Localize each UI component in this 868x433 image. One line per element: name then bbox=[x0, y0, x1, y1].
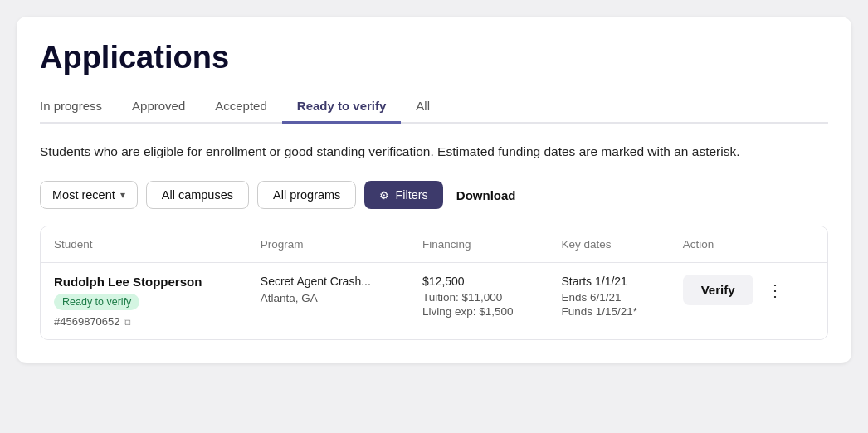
dates-ends: Ends 6/1/21 bbox=[562, 291, 656, 304]
col-action: Action bbox=[670, 226, 827, 263]
programs-filter-button[interactable]: All programs bbox=[257, 181, 356, 209]
program-location: Atlanta, GA bbox=[261, 292, 396, 304]
table-row: Rudolph Lee Stopperson Ready to verify #… bbox=[41, 263, 827, 340]
dates-funds: Funds 1/15/21* bbox=[562, 305, 656, 318]
tabs-nav: In progress Approved Accepted Ready to v… bbox=[40, 90, 828, 124]
tab-ready-to-verify[interactable]: Ready to verify bbox=[282, 90, 402, 124]
financing-cell: $12,500 Tuition: $11,000 Living exp: $1,… bbox=[409, 263, 548, 340]
status-badge: Ready to verify bbox=[54, 294, 139, 310]
tab-all[interactable]: All bbox=[401, 90, 445, 124]
program-name: Secret Agent Crash... bbox=[261, 275, 396, 288]
student-id: #4569870652 ⧉ bbox=[54, 315, 234, 328]
action-buttons: Verify ⋮ bbox=[683, 275, 814, 305]
tab-in-progress[interactable]: In progress bbox=[40, 90, 117, 124]
financing-living: Living exp: $1,500 bbox=[422, 305, 534, 318]
copy-icon[interactable]: ⧉ bbox=[124, 316, 131, 328]
more-options-button[interactable]: ⋮ bbox=[762, 277, 790, 304]
sort-label: Most recent bbox=[52, 188, 115, 202]
tab-accepted[interactable]: Accepted bbox=[200, 90, 282, 124]
sort-button[interactable]: Most recent ▾ bbox=[40, 181, 138, 209]
col-key-dates: Key dates bbox=[549, 226, 670, 263]
col-student: Student bbox=[41, 226, 247, 263]
dates-cell: Starts 1/1/21 Ends 6/1/21 Funds 1/15/21* bbox=[549, 263, 670, 340]
filter-icon: ⚙ bbox=[379, 189, 389, 202]
page-container: Applications In progress Approved Accept… bbox=[17, 17, 851, 363]
student-name: Rudolph Lee Stopperson bbox=[54, 275, 234, 289]
financing-tuition: Tuition: $11,000 bbox=[422, 291, 534, 304]
student-cell: Rudolph Lee Stopperson Ready to verify #… bbox=[41, 263, 247, 340]
verify-button[interactable]: Verify bbox=[683, 275, 753, 305]
table-header-row: Student Program Financing Key dates Acti… bbox=[41, 226, 827, 263]
financing-amount: $12,500 bbox=[422, 275, 534, 288]
campus-filter-button[interactable]: All campuses bbox=[146, 181, 249, 209]
page-description: Students who are eligible for enrollment… bbox=[40, 142, 787, 161]
action-cell: Verify ⋮ bbox=[670, 263, 827, 340]
applications-table: Student Program Financing Key dates Acti… bbox=[41, 226, 827, 339]
applications-table-container: Student Program Financing Key dates Acti… bbox=[40, 226, 828, 340]
col-financing: Financing bbox=[409, 226, 548, 263]
tab-approved[interactable]: Approved bbox=[117, 90, 200, 124]
toolbar: Most recent ▾ All campuses All programs … bbox=[40, 181, 828, 209]
filters-label: Filters bbox=[395, 188, 427, 202]
download-button[interactable]: Download bbox=[451, 182, 521, 209]
chevron-down-icon: ▾ bbox=[120, 189, 125, 201]
dates-starts: Starts 1/1/21 bbox=[562, 275, 656, 288]
page-title: Applications bbox=[40, 40, 828, 75]
filters-button[interactable]: ⚙ Filters bbox=[364, 181, 442, 209]
program-cell: Secret Agent Crash... Atlanta, GA bbox=[247, 263, 409, 340]
col-program: Program bbox=[247, 226, 409, 263]
